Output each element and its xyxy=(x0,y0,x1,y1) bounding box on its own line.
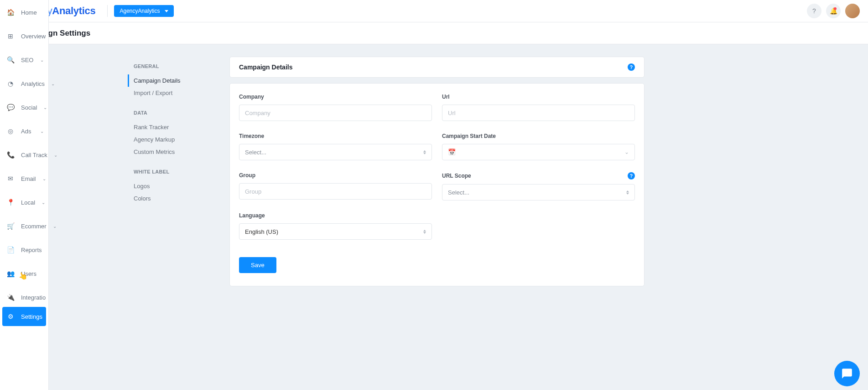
sidebar-item-label: Ads xyxy=(21,128,31,135)
updown-icon xyxy=(423,150,426,154)
sidebar-item-label: SEO xyxy=(21,57,33,63)
sidebar-item-reports[interactable]: 📄 Reports xyxy=(0,240,48,259)
chevron-down-icon: ⌄ xyxy=(40,58,44,63)
sidebar-item-home[interactable]: 🏠 Home xyxy=(0,3,48,22)
sidebar-item-label: Ecommer xyxy=(21,223,47,230)
label-start-date: Campaign Start Date xyxy=(442,133,635,139)
sidebar-item-ecommerce[interactable]: 🛒 Ecommer ⌄ xyxy=(0,216,48,236)
pin-icon: 📍 xyxy=(6,199,15,206)
label-url: Url xyxy=(442,94,635,100)
sidebar-item-label: Home xyxy=(21,9,37,16)
company-input[interactable] xyxy=(239,105,432,121)
label-company: Company xyxy=(239,94,432,100)
updown-icon xyxy=(423,230,426,234)
timezone-select[interactable]: Select... xyxy=(239,144,432,160)
nav-section-general: GENERAL xyxy=(134,63,211,69)
chevron-down-icon: ⌄ xyxy=(54,153,57,158)
language-select[interactable]: English (US) xyxy=(239,223,432,240)
sidebar-item-overview[interactable]: ⊞ Overview xyxy=(0,26,48,46)
notification-dot xyxy=(834,7,837,10)
sidebar-item-calltracking[interactable]: 📞 Call Track ⌄ xyxy=(0,145,48,164)
phone-icon: 📞 xyxy=(6,151,15,158)
pie-icon: ◔ xyxy=(6,80,15,87)
calendar-icon: 📅 xyxy=(448,148,456,156)
group-input[interactable] xyxy=(239,183,432,200)
label-timezone: Timezone xyxy=(239,133,432,139)
chevron-down-icon: ⌄ xyxy=(43,105,47,110)
chat-icon xyxy=(841,368,853,379)
help-icon[interactable]: ? xyxy=(628,63,635,71)
url-scope-select[interactable]: Select... xyxy=(442,184,635,200)
card-body: Company Url Timezone Select... Campaign … xyxy=(229,83,645,286)
url-scope-value: Select... xyxy=(448,189,469,196)
avatar[interactable] xyxy=(845,4,860,18)
sidebar-item-label: Call Track xyxy=(21,152,47,158)
plug-icon: 🔌 xyxy=(6,294,15,301)
sidebar-item-ads[interactable]: ◎ Ads ⌄ xyxy=(0,121,48,141)
nav-link-logos[interactable]: Logos xyxy=(134,180,211,192)
sidebar-item-users[interactable]: 👥 Users xyxy=(0,264,48,283)
search-icon: 🔍 xyxy=(6,56,15,63)
sidebar-item-local[interactable]: 📍 Local ⌄ xyxy=(0,193,48,212)
sidebar-item-label: Email xyxy=(21,175,36,182)
label-url-scope: URL Scope ? xyxy=(442,172,635,179)
chat-fab[interactable] xyxy=(834,361,860,386)
sidebar-item-label: Analytics xyxy=(21,80,45,87)
updown-icon xyxy=(626,190,629,195)
help-icon[interactable]: ? xyxy=(628,172,635,179)
language-value: English (US) xyxy=(245,228,278,235)
envelope-icon: ✉ xyxy=(6,175,15,182)
content-area: GENERAL Campaign Details Import / Export… xyxy=(29,44,868,390)
nav-link-import-export[interactable]: Import / Export xyxy=(134,87,211,99)
document-icon: 📄 xyxy=(6,246,15,253)
sidebar-item-label: Settings xyxy=(21,313,42,320)
sidebar-item-seo[interactable]: 🔍 SEO ⌄ xyxy=(0,50,48,69)
chevron-down-icon: ⌄ xyxy=(42,176,46,181)
chevron-down-icon: ⌄ xyxy=(51,81,55,86)
card-header: Campaign Details ? xyxy=(229,57,645,78)
timezone-value: Select... xyxy=(245,149,266,156)
nav-section-data: DATA xyxy=(134,110,211,116)
nav-link-rank-tracker[interactable]: Rank Tracker xyxy=(134,121,211,133)
chevron-down-icon xyxy=(165,10,168,12)
sidebar-item-analytics[interactable]: ◔ Analytics ⌄ xyxy=(0,74,48,93)
sidebar-item-settings[interactable]: ⚙ Settings xyxy=(2,307,46,326)
workspace-dropdown[interactable]: AgencyAnalytics xyxy=(114,5,173,17)
sidebar-item-email[interactable]: ✉ Email ⌄ xyxy=(0,169,48,188)
card-header-title: Campaign Details xyxy=(239,63,292,71)
chevron-down-icon: ⌄ xyxy=(53,224,57,229)
question-icon: ? xyxy=(812,7,816,15)
nav-section-white-label: WHITE LABEL xyxy=(134,169,211,174)
sidebar-item-label: Integratio xyxy=(21,294,46,301)
chat-icon: 💬 xyxy=(6,104,15,111)
nav-link-custom-metrics[interactable]: Custom Metrics xyxy=(134,146,211,158)
url-input[interactable] xyxy=(442,105,635,121)
cart-icon: 🛒 xyxy=(6,222,15,230)
home-icon: 🏠 xyxy=(6,9,15,16)
settings-nav: GENERAL Campaign Details Import / Export… xyxy=(134,63,211,216)
label-group: Group xyxy=(239,172,432,179)
divider xyxy=(107,5,108,17)
sidebar-item-label: Local xyxy=(21,199,35,206)
main-sidebar: 🏠 Home ⊞ Overview 🔍 SEO ⌄ ◔ Analytics ⌄ … xyxy=(0,0,49,390)
nav-link-colors[interactable]: Colors xyxy=(134,192,211,205)
nav-link-campaign-details[interactable]: Campaign Details xyxy=(128,74,211,87)
gear-icon: ⚙ xyxy=(6,313,15,320)
sidebar-item-label: Overview xyxy=(21,33,46,40)
workspace-dropdown-label: AgencyAnalytics xyxy=(120,8,160,14)
start-date-picker[interactable]: 📅 ⌄ xyxy=(442,144,635,160)
chevron-down-icon: ⌄ xyxy=(40,129,44,134)
label-language: Language xyxy=(239,212,432,219)
grid-icon: ⊞ xyxy=(6,32,15,40)
help-button[interactable]: ? xyxy=(807,4,821,18)
chevron-down-icon: ⌄ xyxy=(42,200,45,205)
sidebar-item-label: Users xyxy=(21,270,36,277)
target-icon: ◎ xyxy=(6,127,15,135)
sidebar-item-integrations[interactable]: 🔌 Integratio xyxy=(0,288,48,307)
nav-link-agency-markup[interactable]: Agency Markup xyxy=(134,133,211,146)
sidebar-item-label: Social xyxy=(21,104,37,111)
notifications-button[interactable]: 🔔 xyxy=(826,4,841,18)
chevron-down-icon: ⌄ xyxy=(624,149,629,155)
sidebar-item-social[interactable]: 💬 Social ⌄ xyxy=(0,98,48,117)
save-button[interactable]: Save xyxy=(239,257,276,273)
